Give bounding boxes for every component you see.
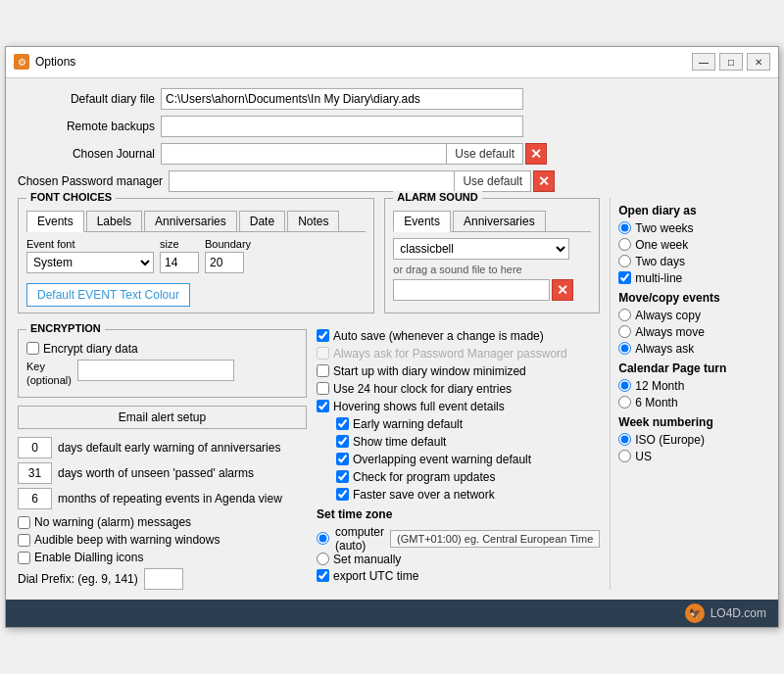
week-numbering-title: Week numbering — [618, 415, 766, 429]
24hour-checkbox[interactable] — [317, 382, 329, 395]
size-col: size — [160, 238, 199, 273]
always-move-radio[interactable] — [618, 325, 631, 338]
key-row: Key(optional) — [26, 360, 298, 388]
two-days-radio[interactable] — [618, 255, 631, 267]
counter-2-input[interactable] — [18, 488, 52, 509]
timezone-area: Set time zone computer (auto) (GMT+01:00… — [317, 507, 600, 583]
always-ask-pw-label: Always ask for Password Manager password — [333, 347, 567, 361]
alarm-select[interactable]: classicbell — [393, 238, 569, 260]
dialling-icons-checkbox[interactable] — [18, 552, 30, 564]
tab-date[interactable]: Date — [239, 211, 285, 231]
two-weeks-row: Two weeks — [618, 221, 766, 235]
color-button[interactable]: Default EVENT Text Colour — [26, 283, 190, 307]
always-copy-row: Always copy — [618, 309, 766, 322]
close-button[interactable]: ✕ — [747, 53, 770, 71]
12month-label: 12 Month — [635, 379, 684, 393]
alarm-tab-events[interactable]: Events — [393, 211, 451, 232]
overlapping-checkbox[interactable] — [336, 453, 349, 465]
startup-minimized-checkbox[interactable] — [317, 364, 329, 377]
main-area: FONT CHOICES Events Labels Anniversaries… — [18, 198, 766, 591]
timezone-auto-radio[interactable] — [317, 532, 329, 545]
timezone-manual-radio[interactable] — [317, 553, 329, 565]
dial-prefix-input[interactable] — [144, 568, 183, 590]
hovering-checkbox[interactable] — [317, 400, 329, 412]
encrypt-checkbox[interactable] — [26, 342, 39, 355]
counter-row-1: days worth of unseen 'passed' alarms — [18, 462, 307, 484]
chosen-password-clear[interactable]: ✕ — [533, 170, 555, 192]
font-choices-title: FONT CHOICES — [26, 191, 116, 203]
always-ask-pw-row: Always ask for Password Manager password — [317, 347, 600, 361]
no-warning-row: No warning (alarm) messages — [18, 515, 307, 529]
tab-events[interactable]: Events — [26, 211, 84, 232]
dial-prefix-label: Dial Prefix: (eg. 9, 141) — [18, 572, 138, 586]
timezone-display: (GMT+01:00) eg. Central European Time — [390, 530, 600, 548]
autosave-label: Auto save (whenever a change is made) — [333, 329, 544, 343]
remote-backups-input[interactable] — [161, 116, 523, 137]
chosen-journal-field: Use default — [161, 143, 523, 165]
check-updates-checkbox[interactable] — [336, 470, 349, 483]
iso-radio[interactable] — [618, 433, 631, 446]
multiline-checkbox[interactable] — [618, 271, 631, 284]
drag-input[interactable] — [393, 279, 550, 301]
two-days-row: Two days — [618, 255, 766, 268]
alarm-sound-title: ALARM SOUND — [393, 191, 482, 203]
multiline-row: multi-line — [618, 271, 766, 285]
drag-clear[interactable]: ✕ — [552, 279, 573, 301]
diary-file-input[interactable] — [161, 88, 523, 110]
encryption-title: ENCRYPTION — [26, 322, 105, 334]
window-controls: — □ ✕ — [692, 53, 770, 71]
tab-labels[interactable]: Labels — [86, 211, 142, 231]
early-warning-checkbox[interactable] — [336, 417, 349, 430]
encrypt-check-row: Encrypt diary data — [26, 342, 298, 356]
move-copy-title: Move/copy events — [618, 291, 766, 305]
chosen-password-label: Chosen Password manager — [18, 174, 163, 188]
size-input[interactable] — [160, 252, 199, 273]
always-copy-radio[interactable] — [618, 309, 631, 321]
show-time-row: Show time default — [336, 435, 600, 449]
12month-radio[interactable] — [618, 379, 631, 392]
faster-save-checkbox[interactable] — [336, 488, 349, 501]
show-time-checkbox[interactable] — [336, 435, 349, 448]
watermark-icon: 🦅 — [685, 603, 705, 623]
audible-beep-checkbox[interactable] — [18, 534, 30, 547]
no-warning-checkbox[interactable] — [18, 516, 30, 529]
autosave-checkbox[interactable] — [317, 329, 329, 342]
two-weeks-label: Two weeks — [635, 221, 693, 235]
boundary-input[interactable] — [205, 252, 244, 273]
chosen-journal-input[interactable] — [162, 144, 447, 164]
always-ask-label: Always ask — [635, 342, 694, 356]
email-button[interactable]: Email alert setup — [18, 406, 307, 429]
bottom-left: ENCRYPTION Encrypt diary data Key(option… — [18, 329, 307, 591]
watermark-text: LO4D.com — [710, 606, 766, 620]
counter-0-input[interactable] — [18, 437, 52, 458]
always-ask-pw-checkbox[interactable] — [317, 347, 329, 360]
key-input[interactable] — [77, 360, 234, 381]
no-warning-label: No warning (alarm) messages — [34, 515, 191, 529]
always-ask-radio[interactable] — [618, 342, 631, 355]
counter-2-label: months of repeating events in Agenda vie… — [58, 492, 282, 506]
chosen-journal-clear[interactable]: ✕ — [525, 143, 547, 165]
one-week-radio[interactable] — [618, 238, 631, 251]
event-font-select[interactable]: System — [26, 252, 154, 273]
timezone-title: Set time zone — [317, 507, 600, 521]
alarm-tab-anniversaries[interactable]: Anniversaries — [453, 211, 546, 231]
counter-1-input[interactable] — [18, 462, 52, 484]
early-warning-label: Early warning default — [353, 417, 463, 431]
tab-notes[interactable]: Notes — [287, 211, 339, 231]
boundary-label: Boundary — [205, 238, 251, 250]
export-utc-checkbox[interactable] — [317, 569, 329, 582]
us-radio[interactable] — [618, 450, 631, 462]
drag-label: or drag a sound file to here — [393, 264, 521, 275]
minimize-button[interactable]: — — [692, 53, 715, 71]
maximize-button[interactable]: □ — [719, 53, 743, 71]
chosen-password-input[interactable] — [170, 171, 455, 191]
24hour-row: Use 24 hour clock for diary entries — [317, 382, 600, 396]
6month-radio[interactable] — [618, 396, 631, 409]
faster-save-row: Faster save over a network — [336, 488, 600, 502]
two-weeks-radio[interactable] — [618, 221, 631, 234]
export-utc-row: export UTC time — [317, 569, 600, 583]
alarm-sound-box: ALARM SOUND Events Anniversaries classic… — [384, 198, 600, 313]
tab-anniversaries[interactable]: Anniversaries — [144, 211, 237, 231]
alarm-tabs: Events Anniversaries — [393, 211, 591, 232]
always-copy-label: Always copy — [635, 309, 701, 322]
